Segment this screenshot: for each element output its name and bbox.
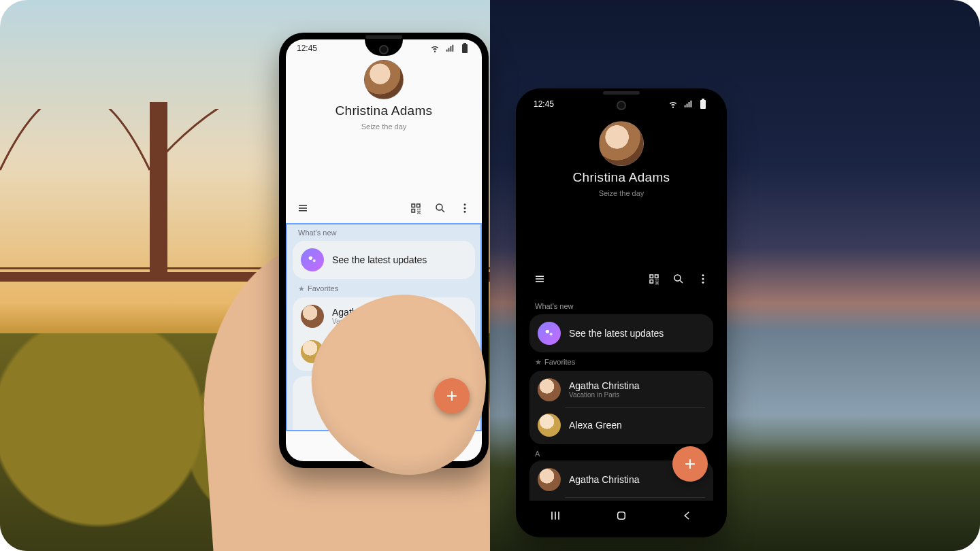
- updates-label: See the latest updates: [332, 254, 427, 265]
- plus-icon: +: [446, 385, 457, 407]
- contact-avatar: [538, 468, 561, 491]
- contact-status: Vacation in Paris: [332, 318, 403, 326]
- add-contact-fab[interactable]: +: [672, 446, 708, 482]
- updates-icon: [301, 248, 324, 271]
- search-icon[interactable]: [672, 273, 685, 285]
- star-icon: ★: [535, 358, 542, 366]
- contact-avatar: [538, 378, 561, 401]
- plus-icon: +: [685, 453, 696, 475]
- contact-name: Alexa Green: [569, 420, 622, 431]
- earpiece: [603, 91, 640, 95]
- profile-name: Christina Adams: [573, 170, 670, 185]
- nav-home[interactable]: [601, 510, 642, 522]
- svg-point-2: [436, 204, 442, 210]
- section-whats-new: What's new: [293, 223, 475, 241]
- svg-rect-9: [700, 100, 706, 109]
- updates-icon: [538, 322, 561, 345]
- toolbar: [286, 195, 482, 222]
- svg-rect-10: [702, 99, 704, 100]
- updates-row[interactable]: See the latest updates: [297, 242, 471, 278]
- battery-icon: [697, 98, 709, 110]
- profile-tagline: Seize the day: [599, 189, 644, 197]
- nav-back[interactable]: [667, 510, 708, 522]
- toolbar: [523, 265, 720, 293]
- svg-point-5: [464, 211, 466, 213]
- updates-label: See the latest updates: [569, 328, 664, 339]
- updates-row[interactable]: See the latest updates: [534, 316, 709, 351]
- svg-point-16: [550, 333, 553, 335]
- svg-point-12: [702, 274, 704, 276]
- contact-status: Vacation in Paris: [569, 391, 640, 399]
- nav-bar: [523, 501, 720, 531]
- svg-point-7: [313, 259, 316, 262]
- svg-point-4: [464, 207, 466, 210]
- status-clock: 12:45: [297, 44, 317, 53]
- contact-name: Agatha Christina: [332, 307, 403, 318]
- qr-icon[interactable]: [648, 273, 660, 285]
- svg-point-11: [674, 275, 681, 281]
- hamburger-icon[interactable]: [534, 273, 546, 285]
- profile-name: Christina Adams: [336, 103, 433, 118]
- nav-recents[interactable]: [535, 509, 576, 522]
- more-icon[interactable]: [459, 202, 471, 214]
- svg-point-6: [309, 256, 312, 260]
- contact-avatar: [301, 340, 324, 363]
- contact-row[interactable]: Agatha ChristinaVacation in Paris: [297, 299, 471, 334]
- profile-avatar[interactable]: [364, 60, 404, 99]
- phone-light-mode: 12:45 Christina Adams Seize the day: [279, 33, 489, 468]
- phone-dark-mode: 12:45 Christina Adams Seize the day: [516, 88, 727, 537]
- contact-avatar: [538, 414, 561, 437]
- profile-header[interactable]: Christina Adams Seize the day: [523, 121, 720, 197]
- earpiece: [365, 35, 402, 39]
- contact-row[interactable]: Alexa Green: [534, 407, 709, 443]
- search-icon[interactable]: [434, 202, 446, 214]
- contact-name: tina: [332, 390, 348, 401]
- wifi-icon: [429, 42, 441, 54]
- contact-name: rtin: [332, 425, 345, 431]
- svg-point-3: [464, 203, 466, 205]
- more-icon[interactable]: [697, 273, 709, 285]
- svg-point-13: [702, 278, 704, 280]
- svg-point-15: [546, 330, 549, 333]
- section-whats-new: What's new: [529, 297, 713, 314]
- profile-tagline: Seize the day: [361, 122, 407, 131]
- svg-rect-1: [463, 43, 466, 44]
- svg-rect-17: [618, 512, 625, 520]
- nav-bar: [286, 431, 482, 461]
- contact-row[interactable]: Alexa: [297, 334, 471, 369]
- hamburger-icon[interactable]: [297, 202, 309, 214]
- contact-name: Agatha Christina: [569, 380, 640, 391]
- signal-icon: [682, 98, 694, 110]
- section-favorites: ★Favorites: [293, 279, 475, 297]
- contact-name: Agatha Christina: [569, 474, 640, 485]
- profile-avatar[interactable]: [599, 121, 644, 166]
- nav-back[interactable]: [429, 440, 470, 452]
- contact-avatar: [301, 305, 324, 328]
- contact-name: Alexa: [332, 346, 356, 357]
- wifi-icon: [667, 98, 679, 110]
- battery-icon: [459, 42, 471, 54]
- qr-icon[interactable]: [410, 202, 422, 214]
- profile-header[interactable]: Christina Adams Seize the day: [286, 60, 482, 131]
- contact-row[interactable]: rtin: [297, 413, 471, 431]
- svg-rect-8: [380, 443, 388, 450]
- nav-home[interactable]: [363, 440, 404, 452]
- svg-rect-0: [462, 44, 468, 53]
- status-clock: 12:45: [534, 99, 554, 109]
- add-contact-fab[interactable]: +: [434, 378, 470, 414]
- contact-row[interactable]: Agatha ChristinaVacation in Paris: [534, 372, 709, 407]
- svg-point-14: [702, 282, 704, 284]
- signal-icon: [444, 42, 456, 54]
- star-icon: ★: [298, 284, 305, 293]
- section-favorites: ★Favorites: [529, 352, 713, 371]
